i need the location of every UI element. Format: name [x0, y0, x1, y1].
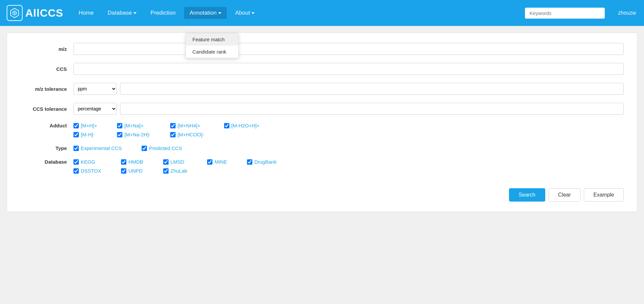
navbar: AllCCS Home Database Prediction Annotati…	[0, 0, 644, 26]
adduct-mh-neg: [M-H]-	[73, 132, 97, 137]
ccs-row: CCS	[20, 63, 624, 75]
adduct-mna2h-neg: [M+Na-2H]-	[117, 132, 150, 137]
type-section: Type Experimental CCS Predicted CCS	[20, 145, 624, 151]
ccs-tolerance-label: CCS tolerance	[20, 106, 73, 112]
adduct-mhcoo-neg-checkbox[interactable]	[170, 132, 176, 137]
type-experimental-checkbox[interactable]	[73, 146, 79, 151]
adduct-mh-neg-checkbox[interactable]	[73, 132, 79, 137]
nav-search-container	[525, 8, 611, 19]
dropdown-candidate-rank[interactable]: Candidate rank	[186, 46, 238, 58]
db-dsstox-checkbox[interactable]	[73, 168, 79, 174]
adduct-mna2h-neg-checkbox[interactable]	[117, 132, 122, 137]
db-hmdb: HMDB	[121, 159, 143, 165]
mz-label: m/z	[20, 46, 73, 52]
db-hmdb-label[interactable]: HMDB	[128, 159, 143, 165]
type-predicted-label[interactable]: Predicted CCS	[149, 145, 182, 151]
db-unpd-label[interactable]: UNPD	[128, 168, 143, 174]
mz-tolerance-label: m/z tolerance	[20, 86, 73, 92]
adduct-mh2oh-pos-label[interactable]: [M-H2O+H]+	[231, 123, 260, 128]
adduct-section: Adduct [M+H]+ [M+Na]+ [M+NH4]+ [M-H2O+H]…	[20, 123, 624, 137]
nav-items: Home Database Prediction Annotation Feat…	[73, 7, 525, 19]
type-experimental: Experimental CCS	[73, 145, 122, 151]
adduct-mnh4-pos-label[interactable]: [M+NH4]+	[178, 123, 200, 128]
annotation-caret-icon	[218, 12, 221, 14]
database-section: Database KEGG HMDB LMSD MINE DrugBank	[20, 159, 624, 174]
db-hmdb-checkbox[interactable]	[121, 159, 126, 165]
adduct-mh-neg-label[interactable]: [M-H]-	[81, 132, 95, 137]
ccs-label: CCS	[20, 66, 73, 72]
db-mine-label[interactable]: MINE	[214, 159, 227, 165]
db-mine: MINE	[207, 159, 227, 165]
db-unpd-checkbox[interactable]	[121, 168, 126, 174]
about-caret-icon	[251, 12, 255, 14]
type-label: Type	[20, 145, 73, 151]
mz-tolerance-row: m/z tolerance ppm Da	[20, 83, 624, 95]
db-zhulab-label[interactable]: ZhuLab	[171, 168, 188, 174]
brand-logo[interactable]: AllCCS	[7, 5, 63, 21]
adduct-mna-pos-label[interactable]: [M+Na]+	[124, 123, 144, 128]
search-button[interactable]: Search	[509, 188, 545, 202]
ccs-tolerance-row: CCS tolerance percentage absolute	[20, 103, 624, 115]
adduct-mna-pos: [M+Na]+	[117, 123, 150, 128]
db-dsstox: DSSTOX	[73, 168, 101, 174]
db-lmsd: LMSD	[163, 159, 188, 165]
adduct-grid: [M+H]+ [M+Na]+ [M+NH4]+ [M-H2O+H]+ [M-H]…	[73, 123, 260, 137]
db-drugbank-label[interactable]: DrugBank	[254, 159, 277, 165]
db-zhulab: ZhuLab	[163, 168, 188, 174]
adduct-mna2h-neg-label[interactable]: [M+Na-2H]-	[124, 132, 150, 137]
type-grid: Experimental CCS Predicted CCS	[73, 145, 182, 151]
db-kegg-checkbox[interactable]	[73, 159, 79, 165]
ccs-tolerance-input[interactable]	[120, 103, 624, 115]
mz-input[interactable]	[73, 43, 624, 55]
nav-prediction[interactable]: Prediction	[145, 7, 181, 19]
db-zhulab-checkbox[interactable]	[163, 168, 169, 174]
example-button[interactable]: Example	[584, 188, 624, 202]
main-form-container: m/z CCS m/z tolerance ppm Da CCS toleran…	[7, 33, 637, 212]
nav-about[interactable]: About	[230, 7, 260, 19]
type-predicted-checkbox[interactable]	[142, 146, 147, 151]
nav-annotation[interactable]: Annotation	[184, 7, 226, 19]
nav-user[interactable]: zhouzw	[618, 10, 637, 16]
nav-home[interactable]: Home	[73, 7, 99, 19]
clear-button[interactable]: Clear	[549, 188, 580, 202]
brand-icon	[7, 5, 23, 21]
adduct-mh-pos-label[interactable]: [M+H]+	[81, 123, 97, 128]
adduct-mna-pos-checkbox[interactable]	[117, 123, 122, 128]
nav-database[interactable]: Database	[102, 7, 142, 19]
mz-tolerance-select[interactable]: ppm Da	[73, 83, 117, 95]
type-experimental-label[interactable]: Experimental CCS	[81, 145, 122, 151]
button-row: Search Clear Example	[20, 182, 624, 202]
adduct-mhcoo-neg-label[interactable]: [M+HCOO]-	[178, 132, 204, 137]
type-predicted: Predicted CCS	[142, 145, 182, 151]
db-lmsd-checkbox[interactable]	[163, 159, 169, 165]
db-dsstox-label[interactable]: DSSTOX	[81, 168, 101, 174]
db-drugbank-checkbox[interactable]	[247, 159, 252, 165]
adduct-label: Adduct	[20, 123, 73, 128]
db-lmsd-label[interactable]: LMSD	[171, 159, 185, 165]
adduct-mnh4-pos-checkbox[interactable]	[170, 123, 176, 128]
adduct-mh-pos-checkbox[interactable]	[73, 123, 79, 128]
db-kegg-label[interactable]: KEGG	[81, 159, 95, 165]
mz-tolerance-input[interactable]	[120, 83, 624, 95]
adduct-mh2oh-pos-checkbox[interactable]	[224, 123, 229, 128]
database-caret-icon	[133, 12, 137, 14]
annotation-dropdown: Feature match Candidate rank	[186, 33, 239, 58]
adduct-mnh4-pos: [M+NH4]+	[170, 123, 204, 128]
ccs-tolerance-select[interactable]: percentage absolute	[73, 103, 117, 115]
ccs-input[interactable]	[73, 63, 624, 75]
adduct-mh2oh-pos: [M-H2O+H]+	[224, 123, 260, 128]
database-label: Database	[20, 159, 73, 165]
db-mine-checkbox[interactable]	[207, 159, 212, 165]
database-grid: KEGG HMDB LMSD MINE DrugBank DSSTOX	[73, 159, 277, 174]
nav-search-input[interactable]	[525, 8, 605, 19]
dropdown-feature-match[interactable]: Feature match	[186, 33, 238, 46]
mz-row: m/z	[20, 43, 624, 55]
db-drugbank: DrugBank	[247, 159, 277, 165]
db-kegg: KEGG	[73, 159, 101, 165]
brand-name: AllCCS	[25, 7, 63, 19]
adduct-mhcoo-neg: [M+HCOO]-	[170, 132, 204, 137]
adduct-mh-pos: [M+H]+	[73, 123, 97, 128]
db-unpd: UNPD	[121, 168, 143, 174]
